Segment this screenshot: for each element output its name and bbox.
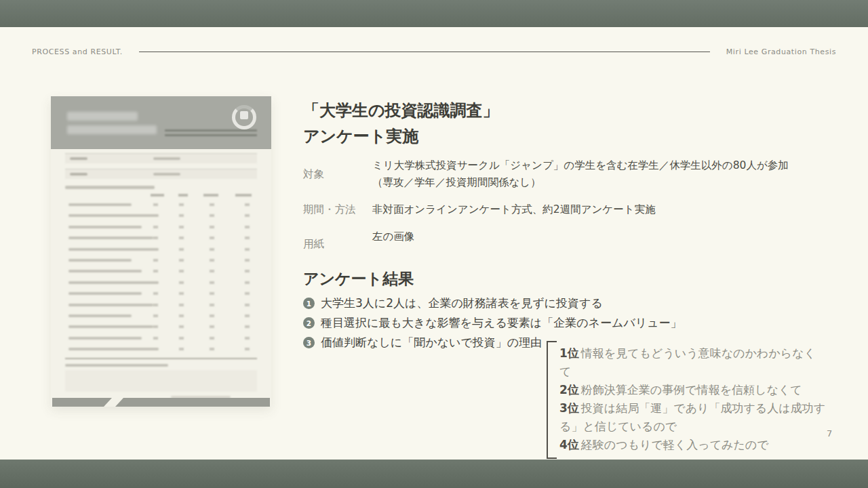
detail-label: 期間・方法 bbox=[303, 203, 372, 217]
survey-question-row bbox=[65, 266, 257, 277]
survey-form-field bbox=[65, 153, 257, 163]
result-text: 大学生3人に2人は、企業の財務諸表を見ずに投資する bbox=[321, 296, 603, 311]
detail-row-period-method: 期間・方法 非対面オンラインアンケート方式、約2週間アンケート実施 bbox=[303, 201, 829, 218]
top-accent-bar bbox=[0, 0, 868, 27]
survey-body-blurred bbox=[51, 149, 271, 397]
slide-header: PROCESS and RESULT. Miri Lee Graduation … bbox=[32, 46, 836, 57]
reasons-bracket-list: 1位情報を見てもどういう意味なのかわからなくて 2位粉飾決算企業の事例で情報を信… bbox=[547, 341, 826, 459]
results-heading: アンケート結果 bbox=[303, 268, 414, 289]
survey-question-row bbox=[65, 244, 257, 255]
header-section-label: PROCESS and RESULT. bbox=[32, 47, 123, 56]
survey-question-row bbox=[65, 277, 257, 288]
reason-text: 情報を見てもどういう意味なのかわからなくて bbox=[559, 346, 816, 378]
reason-text: 粉飾決算企業の事例で情報を信頼しなくて bbox=[581, 383, 802, 396]
survey-details: 対象 ミリ大学株式投資サークル「ジャンプ」の学生を含む在学生／休学生以外の80人… bbox=[303, 157, 829, 263]
survey-question-row bbox=[65, 255, 257, 266]
detail-value: 非対面オンラインアンケート方式、約2週間アンケート実施 bbox=[372, 201, 656, 218]
result-text: 価値判断なしに「聞かないで投資」の理由 bbox=[321, 335, 542, 350]
result-number-badge: 2 bbox=[303, 317, 315, 329]
survey-table-header bbox=[65, 193, 257, 197]
detail-row-paper: 用紙 左の画像 bbox=[303, 228, 829, 253]
survey-footer-band bbox=[52, 398, 270, 407]
survey-question-row bbox=[65, 344, 257, 354]
detail-value: ミリ大学株式投資サークル「ジャンプ」の学生を含む在学生／休学生以外の80人が参加… bbox=[372, 157, 789, 191]
reason-text: 投資は結局「運」であり「成功する人は成功する」と信じているので bbox=[559, 401, 825, 433]
survey-question-row bbox=[65, 210, 257, 221]
result-item: 1 大学生3人に2人は、企業の財務諸表を見ずに投資する bbox=[303, 297, 682, 310]
reason-item: 1位情報を見てもどういう意味なのかわからなくて bbox=[559, 344, 826, 381]
result-text: 種目選択に最も大きな影響を与える要素は「企業のネームバリュー」 bbox=[321, 315, 682, 331]
survey-note-line bbox=[65, 364, 168, 367]
result-number-badge: 1 bbox=[303, 298, 315, 309]
survey-header-band bbox=[51, 96, 271, 149]
reason-rank: 2位 bbox=[559, 383, 579, 396]
detail-label: 用紙 bbox=[303, 237, 372, 253]
detail-value: 左の画像 bbox=[372, 228, 414, 245]
presentation-slide: PROCESS and RESULT. Miri Lee Graduation … bbox=[0, 0, 868, 488]
result-item: 2 種目選択に最も大きな影響を与える要素は「企業のネームバリュー」 bbox=[303, 317, 682, 329]
reason-item: 4位経験のつもりで軽く入ってみたので bbox=[559, 436, 826, 454]
survey-signature-line bbox=[171, 396, 231, 399]
survey-instruction-line bbox=[65, 186, 155, 189]
reason-text: 経験のつもりで軽く入ってみたので bbox=[581, 438, 769, 451]
survey-question-row bbox=[65, 199, 257, 210]
detail-row-target: 対象 ミリ大学株式投資サークル「ジャンプ」の学生を含む在学生／休学生以外の80人… bbox=[303, 157, 829, 191]
survey-question-row bbox=[65, 321, 257, 332]
survey-question-row bbox=[65, 310, 257, 321]
university-emblem-icon bbox=[232, 105, 256, 129]
reason-item: 2位粉飾決算企業の事例で情報を信頼しなくて bbox=[559, 381, 826, 399]
header-divider-line bbox=[139, 52, 710, 52]
reason-item: 3位投資は結局「運」であり「成功する人は成功する」と信じているので bbox=[559, 399, 826, 436]
survey-divider bbox=[65, 358, 257, 359]
detail-label: 対象 bbox=[303, 167, 372, 182]
survey-form-field bbox=[65, 169, 257, 179]
reason-rank: 4位 bbox=[559, 438, 579, 451]
survey-question-row bbox=[65, 333, 257, 344]
page-number: 7 bbox=[827, 428, 832, 439]
survey-question-row bbox=[65, 288, 257, 299]
result-number-badge: 3 bbox=[303, 337, 315, 348]
survey-comment-box bbox=[65, 370, 257, 392]
survey-question-row bbox=[65, 232, 257, 243]
survey-question-row bbox=[65, 222, 257, 232]
survey-paper-image bbox=[51, 96, 271, 407]
reason-rank: 1位 bbox=[559, 346, 579, 360]
reason-rank: 3位 bbox=[559, 401, 579, 415]
survey-title-blurred bbox=[67, 112, 157, 134]
slide-title: 「大学生の投資認識調査」 アンケート実施 bbox=[303, 98, 499, 149]
survey-description-blurred bbox=[165, 129, 257, 139]
header-author-label: Miri Lee Graduation Thesis bbox=[726, 47, 836, 56]
bottom-accent-bar bbox=[0, 460, 868, 488]
survey-question-row bbox=[65, 300, 257, 310]
